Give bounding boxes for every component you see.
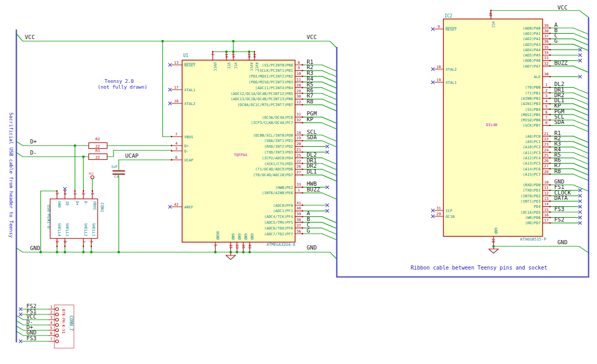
bus-entry-wire[interactable]: [322, 141, 336, 147]
bus-entry-wire[interactable]: [322, 164, 336, 170]
bus-entry-wire[interactable]: [322, 228, 336, 234]
ic2-reference[interactable]: IC2: [444, 14, 452, 18]
bus-entry-wire[interactable]: [573, 169, 588, 175]
c4-value[interactable]: 1uF: [111, 165, 118, 169]
u1-part-name[interactable]: ATMEGA32U4-A: [267, 242, 296, 247]
ic2-part-name[interactable]: AT90S8515-P: [520, 237, 546, 242]
bus-entry-wire[interactable]: [322, 234, 336, 240]
pin-end-dot: [302, 81, 304, 83]
u1-reference[interactable]: U1: [183, 53, 188, 58]
pin-end-dot: [302, 104, 304, 106]
vcc-power-flag[interactable]: [91, 176, 94, 179]
ic2-footprint[interactable]: DIL40: [486, 123, 497, 127]
bus-entry-wire[interactable]: [322, 193, 336, 199]
pin-end-dot: [302, 168, 304, 170]
r3-reference[interactable]: R3: [96, 149, 100, 153]
r3-value[interactable]: 22: [96, 156, 100, 160]
bus-entry-wire[interactable]: [573, 104, 588, 110]
pin-number: 40: [297, 206, 301, 210]
wire[interactable]: [491, 11, 589, 17]
bus-entry-wire[interactable]: [322, 82, 336, 88]
net-label-gnd-mid[interactable]: GND: [307, 244, 317, 251]
bus-entry-wire[interactable]: [322, 93, 336, 100]
pin-number: 28: [297, 83, 301, 88]
bus-entry-wire[interactable]: [573, 147, 588, 154]
r2-reference[interactable]: R2: [96, 137, 100, 141]
usb-connector-reference[interactable]: CON1: [100, 203, 105, 212]
net-label-dminus[interactable]: D-: [30, 149, 37, 156]
bus-entry-wire[interactable]: [573, 109, 588, 116]
bus-entry-wire[interactable]: [573, 98, 588, 104]
wire[interactable]: [16, 34, 336, 47]
bus-entry-wire[interactable]: [573, 88, 588, 94]
bus-entry-wire[interactable]: [573, 158, 588, 164]
bus-entry-wire[interactable]: [322, 158, 336, 164]
usb-connector-value[interactable]: USB-MINI-B: [46, 205, 51, 229]
net-label-dplus[interactable]: D+: [30, 138, 37, 145]
wire[interactable]: [16, 152, 89, 157]
pin-name-label: XTAL2: [446, 68, 457, 72]
bus-entry-wire[interactable]: [573, 174, 588, 180]
teensy-note-line1[interactable]: Teensy 2.0: [105, 78, 134, 84]
wire[interactable]: [163, 41, 172, 137]
bus-entry-wire[interactable]: [322, 175, 336, 181]
bus-entry-wire[interactable]: [573, 141, 588, 148]
bus-entry-wire[interactable]: [322, 135, 336, 141]
net-label-vcc-left[interactable]: VCC: [25, 34, 35, 40]
pin-number: 9: [55, 241, 59, 243]
bus-entry-wire[interactable]: [573, 114, 588, 121]
net-label-gnd-ic2[interactable]: GND: [557, 239, 567, 245]
conn7-value[interactable]: B7K-PH-K-S1: [61, 309, 65, 333]
pin-number: 38: [297, 218, 301, 222]
c4-reference[interactable]: C4: [115, 175, 119, 179]
bus-entry-wire[interactable]: [573, 33, 588, 40]
sidebar-note[interactable]: Sacrificial USB cable from header to Tee…: [8, 112, 14, 238]
u1-footprint[interactable]: TQFP44: [234, 153, 247, 157]
pin-name-label: SHELL1: [91, 223, 96, 236]
bus-entry-wire[interactable]: [573, 136, 588, 142]
pin-name-label: (MOSI)PB5: [520, 113, 541, 117]
bus-entry-wire[interactable]: [573, 152, 588, 159]
pin-number: 12: [297, 100, 301, 104]
net-label: FS3: [554, 206, 564, 212]
net-label-vcc-mid[interactable]: VCC: [307, 34, 317, 40]
pin-end-dot: [549, 87, 551, 88]
bus-entry-wire[interactable]: [322, 105, 336, 111]
bus-entry-wire[interactable]: [322, 123, 336, 129]
bus-entry-wire[interactable]: [322, 117, 336, 123]
pin-number: 16: [544, 213, 548, 217]
bus-entry-wire[interactable]: [573, 28, 588, 34]
bus-entry-wire[interactable]: [573, 120, 588, 127]
wire[interactable]: [107, 150, 172, 157]
ground-symbol[interactable]: [226, 255, 235, 260]
bus-entry-wire[interactable]: [322, 169, 336, 176]
pin-name-label: D+: [75, 201, 79, 205]
vcc-power-flag-label[interactable]: VCC: [89, 172, 94, 175]
bus-entry-wire[interactable]: [322, 76, 336, 83]
bus-entry-wire[interactable]: [573, 93, 588, 99]
bus-entry-wire[interactable]: [322, 65, 336, 71]
teensy-note-line2[interactable]: (not fully drawn): [98, 84, 147, 90]
bus-entry-wire[interactable]: [573, 66, 588, 72]
net-label-gnd-left[interactable]: GND: [30, 245, 40, 251]
bus-entry-wire[interactable]: [573, 164, 588, 170]
bus-entry-wire[interactable]: [322, 88, 336, 94]
pin-end-dot: [302, 75, 304, 77]
wire[interactable]: [16, 141, 89, 146]
conn7-reference[interactable]: CONN_7: [69, 315, 73, 331]
bus-entry-wire[interactable]: [573, 126, 588, 132]
pin-name-label: (A8)PC0: [525, 135, 541, 139]
bus-entry-wire[interactable]: [322, 99, 336, 106]
pin-number: 19: [297, 136, 301, 140]
r2-value[interactable]: 22: [96, 145, 100, 149]
ribbon-note[interactable]: Ribbon cable between Teensy pins and soc…: [411, 265, 547, 271]
net-label-vcc-ic2[interactable]: VCC: [557, 4, 567, 11]
ground-symbol[interactable]: [489, 249, 498, 253]
bus-entry-wire[interactable]: [322, 217, 336, 223]
bus-entry-wire[interactable]: [322, 71, 336, 77]
bus-entry-wire[interactable]: [322, 222, 336, 228]
net-label-ucap[interactable]: UCAP: [125, 152, 138, 159]
bus-entry-wire[interactable]: [573, 39, 588, 45]
wire[interactable]: [494, 246, 589, 253]
pin-name-label: (A12)PC4: [523, 156, 541, 160]
